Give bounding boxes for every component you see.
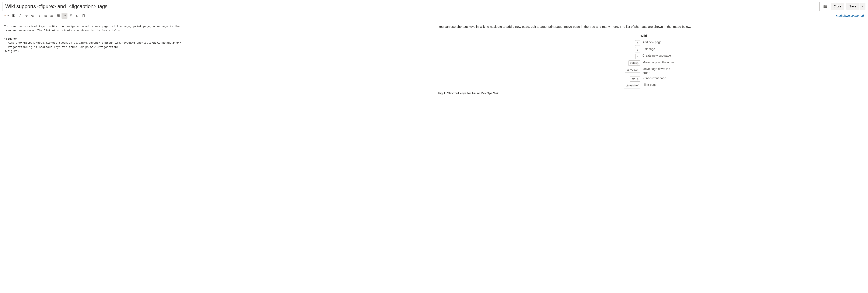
figure-caption: Fig 1: Shortcut keys for Azure DevOps Wi… <box>438 91 864 96</box>
bold-icon: B <box>12 13 15 18</box>
close-button[interactable]: Close <box>831 3 844 10</box>
shortcut-row: ctrl+upMove page up the order <box>623 60 679 66</box>
shortcuts-title: Wiki <box>641 34 679 38</box>
text-style-icon: A <box>4 14 6 17</box>
svg-text:A: A <box>4 15 5 16</box>
toolbar-heading-size[interactable]: A <box>3 13 10 19</box>
shortcut-key-wrap: ctrl+down <box>623 67 641 72</box>
toolbar-bold[interactable]: B <box>10 13 17 19</box>
save-button-group: Save <box>846 3 865 10</box>
shortcut-key-wrap: ctrl+shift+f <box>623 83 641 88</box>
shortcut-label: Create new sub-page <box>643 53 671 58</box>
toolbar-bulleted-list[interactable] <box>36 13 42 19</box>
italic-icon: I <box>19 13 21 18</box>
toolbar-right: Markdown supported. <box>836 14 865 17</box>
shortcut-label: Print current page <box>643 76 666 80</box>
table-icon <box>56 14 60 17</box>
shortcut-key: ctrl+p <box>630 76 641 82</box>
shortcut-key-wrap: ctrl+p <box>623 76 641 82</box>
toolbar-label[interactable]: Abc <box>62 13 67 19</box>
preview-pane: You can use shortcut keys in Wiki to nav… <box>434 20 868 293</box>
clipboard-icon <box>82 14 85 17</box>
toolbar-code[interactable] <box>30 13 36 19</box>
chevron-down-icon <box>861 5 864 7</box>
toolbar-italic[interactable]: I <box>17 13 23 19</box>
toolbar-attach[interactable] <box>74 13 80 19</box>
shortcut-key-wrap: ctrl+up <box>623 60 641 66</box>
shortcut-label: Move page up the order <box>643 60 674 64</box>
toolbar-numbered-list[interactable]: 1 2 3 <box>42 13 49 19</box>
shortcut-key: ctrl+shift+f <box>624 83 641 88</box>
editor-preview-split: You can use shortcut keys in Wiki to nav… <box>0 20 868 293</box>
save-menu-button[interactable] <box>860 3 865 10</box>
shortcut-label: Filter page <box>643 83 656 87</box>
page-title-input[interactable] <box>3 2 819 11</box>
chevron-down-icon <box>7 14 9 17</box>
svg-rect-22 <box>57 14 59 17</box>
svg-text:3: 3 <box>44 16 44 17</box>
markdown-supported-link[interactable]: Markdown supported. <box>836 14 865 17</box>
shortcut-key-wrap: n <box>623 40 641 46</box>
shortcut-row: ctrl+pPrint current page <box>623 76 679 82</box>
shortcut-key: ctrl+up <box>628 60 641 66</box>
formatting-toolbar: A B I <box>0 12 868 20</box>
toolbar-more[interactable]: ··· <box>87 13 93 19</box>
code-icon <box>31 14 34 17</box>
shortcut-key: c <box>635 53 641 59</box>
link-icon <box>25 14 28 17</box>
hash-icon: # <box>70 13 72 18</box>
shortcut-row: eEdit page <box>623 47 679 52</box>
save-button[interactable]: Save <box>846 3 859 10</box>
svg-line-6 <box>32 14 33 17</box>
label-icon: Abc <box>62 14 67 17</box>
options-icon <box>823 4 827 8</box>
shortcut-key: e <box>635 47 641 52</box>
numbered-list-icon: 1 2 3 <box>44 14 47 17</box>
shortcut-key: ctrl+down <box>625 67 641 72</box>
bulleted-list-icon <box>37 14 41 17</box>
page-options-button[interactable] <box>822 3 829 10</box>
toolbar-table[interactable] <box>55 13 61 19</box>
shortcut-label: Edit page <box>643 47 655 51</box>
shortcut-key-wrap: c <box>623 53 641 59</box>
shortcuts-figure: Wiki nAdd new pageeEdit pagecCreate new … <box>623 34 679 88</box>
markdown-editor[interactable]: You can use shortcut keys in Wiki to nav… <box>0 20 434 293</box>
preview-intro: You can use shortcut keys in Wiki to nav… <box>438 24 864 29</box>
toolbar-hash[interactable]: # <box>68 13 74 19</box>
toolbar-paste-html[interactable] <box>81 13 87 19</box>
task-list-icon <box>50 14 54 17</box>
shortcut-row: ctrl+shift+fFilter page <box>623 83 679 88</box>
shortcut-label: Move page down the order <box>643 67 674 75</box>
toolbar-link[interactable] <box>23 13 29 19</box>
shortcut-row: nAdd new page <box>623 40 679 46</box>
paperclip-icon <box>75 14 79 17</box>
shortcut-row: cCreate new sub-page <box>623 53 679 59</box>
shortcut-label: Add new page <box>643 40 661 44</box>
more-icon: ··· <box>89 14 91 17</box>
shortcut-row: ctrl+downMove page down the order <box>623 67 679 75</box>
shortcut-key: n <box>635 40 641 46</box>
shortcut-key-wrap: e <box>623 47 641 52</box>
toolbar-task-list[interactable] <box>49 13 55 19</box>
page-header: Close Save <box>0 0 868 12</box>
